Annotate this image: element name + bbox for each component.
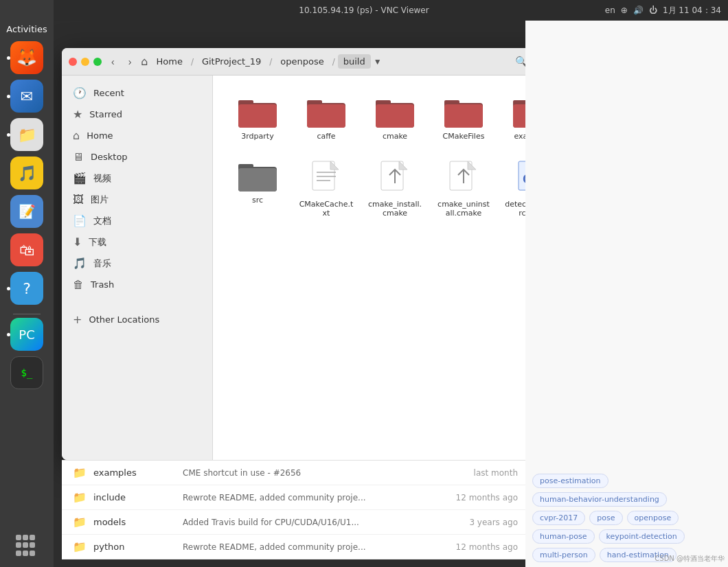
file-item-cmake-install[interactable]: cmake_install.cmake [364,153,426,223]
dock-firefox[interactable]: 🦊 [10,41,43,74]
watermark: CSDN @特酒当老年华 [655,554,725,564]
file-item-cmake-uninstall[interactable]: cmake_uninstall.cmake [433,153,494,223]
tag-pose[interactable]: pose [589,511,622,525]
downloads-icon: ⬇ [73,235,82,248]
documents-icon: 📄 [73,214,87,227]
breadcrumb-home[interactable]: Home [151,54,188,69]
activities-label[interactable]: Activities [6,24,47,34]
dock-rhythmbox[interactable]: 🎵 [10,157,43,189]
app-grid-button[interactable] [16,535,38,557]
music-icon: 🎵 [73,257,87,270]
sidebar-trash[interactable]: 🗑 Trash [62,274,212,295]
repo-row-name-0: examples [93,467,176,478]
tag-keypoint-detection[interactable]: keypoint-detection [599,529,685,544]
home-icon: ⌂ [73,129,80,142]
dock-help[interactable]: ? [10,272,43,305]
file-item-src[interactable]: src [227,153,288,223]
tag-pose-estimation[interactable]: pose-estimation [532,474,608,488]
recent-icon: 🕐 [73,86,87,100]
sidebar-videos[interactable]: 🎬 视频 [62,167,212,189]
repo-row-name-3: python [93,542,176,552]
file-label-src: src [252,196,263,205]
network-icon: ⊕ [621,5,628,15]
file-item-3rdparty[interactable]: 3rdparty [227,89,288,146]
sidebar-desktop[interactable]: 🖥 Desktop [62,146,212,167]
repo-row-2[interactable]: 📁 models Added Travis build for CPU/CUDA… [62,510,529,535]
sidebar-starred-label: Starred [89,109,122,119]
dock-software[interactable]: 🛍 [10,233,43,266]
file-label-3rdparty: 3rdparty [241,132,273,141]
right-panel: pose-estimation human-behavior-understan… [525,21,728,567]
top-bar: 10.105.94.19 (ps) - VNC Viewer en ⊕ 🔊 ⏻ … [0,0,728,21]
breadcrumb-dropdown[interactable]: ▼ [374,57,382,67]
file-label-caffe: caffe [317,132,335,141]
videos-icon: 🎬 [73,172,87,185]
sidebar-downloads[interactable]: ⬇ 下载 [62,231,212,253]
fm-sidebar: 🕐 Recent ★ Starred ⌂ Home 🖥 Desktop 🎬 视频… [62,76,213,460]
tag-openpose[interactable]: openpose [627,511,679,525]
repo-row-msg-0: CME shortcut in use - #2656 [183,468,467,478]
svg-rect-5 [307,104,345,128]
language-indicator: en [605,5,615,15]
file-item-caffe[interactable]: caffe [295,89,357,146]
sidebar-other-locations[interactable]: + Other Locations [62,309,212,330]
svg-rect-11 [444,104,483,128]
tag-cvpr2017[interactable]: cvpr-2017 [532,511,585,525]
breadcrumb-gitproject[interactable]: GitProject_19 [196,54,266,69]
sidebar-starred[interactable]: ★ Starred [62,104,212,125]
repo-row-msg-1: Rewrote README, added community proje... [183,493,449,502]
sidebar-music[interactable]: 🎵 音乐 [62,253,212,274]
forward-button[interactable]: › [124,54,136,69]
repo-row-time-1: 12 months ago [456,493,518,502]
breadcrumb-build[interactable]: build [338,54,371,69]
tag-human-behavior[interactable]: human-behavior-understanding [532,492,667,507]
sidebar-documents-label: 文档 [93,215,111,227]
dock-thunderbird[interactable]: ✉ [10,80,43,113]
volume-icon: 🔊 [633,5,644,15]
file-item-cmake[interactable]: cmake [364,89,426,146]
file-item-cmakecache[interactable]: CMakeCache.txt [295,153,357,223]
sidebar-trash-label: Trash [91,279,114,290]
file-label-cmake: cmake [383,132,407,141]
dock-files[interactable]: 📁 [10,118,43,151]
close-button[interactable] [69,58,77,66]
repo-row-3[interactable]: 📁 python Rewrote README, added community… [62,535,529,559]
breadcrumb: ⌂ Home / GitProject_19 / openpose / buil… [141,54,505,69]
system-panel: Activities 🦊 ✉ 📁 🎵 📝 🛍 ? PC $_ [0,0,54,567]
sidebar-recent[interactable]: 🕐 Recent [62,82,212,104]
sidebar-other-locations-label: Other Locations [89,314,159,325]
svg-rect-2 [238,104,277,128]
sidebar-home[interactable]: ⌂ Home [62,125,212,146]
clock: 1月 11 04：34 [663,5,721,16]
file-item-cmakefiles[interactable]: CMakeFiles [433,89,494,146]
dock-pycharm[interactable]: PC [10,318,43,351]
tag-human-pose[interactable]: human-pose [532,529,595,544]
trash-icon: 🗑 [73,278,84,291]
maximize-button[interactable] [93,58,102,66]
repo-row-folder-icon-1: 📁 [73,491,87,504]
file-label-cmake-install: cmake_install.cmake [367,200,422,218]
other-locations-icon: + [73,313,82,326]
repo-row-folder-icon-3: 📁 [73,540,87,553]
power-icon: ⏻ [649,5,657,15]
repo-row-folder-icon-2: 📁 [73,516,87,529]
dock-writer[interactable]: 📝 [10,195,43,228]
dock-divider [13,314,41,314]
back-button[interactable]: ‹ [107,54,119,69]
sidebar-pictures[interactable]: 🖼 图片 [62,189,212,210]
file-label-cmakefiles: CMakeFiles [443,132,485,141]
tag-multi-person[interactable]: multi-person [532,548,595,562]
repo-row-1[interactable]: 📁 include Rewrote README, added communit… [62,485,529,510]
pictures-icon: 🖼 [73,193,84,206]
breadcrumb-openpose[interactable]: openpose [275,54,329,69]
sidebar-downloads-label: 下载 [89,236,106,248]
desktop-icon: 🖥 [73,150,84,163]
minimize-button[interactable] [81,58,89,66]
repo-row-time-3: 12 months ago [456,542,518,552]
dock-terminal[interactable]: $_ [10,356,43,389]
sidebar-recent-label: Recent [93,88,124,98]
svg-rect-20 [238,168,277,192]
window-controls [69,58,102,66]
sidebar-documents[interactable]: 📄 文档 [62,210,212,231]
repo-row-0[interactable]: 📁 examples CME shortcut in use - #2656 l… [62,461,529,485]
